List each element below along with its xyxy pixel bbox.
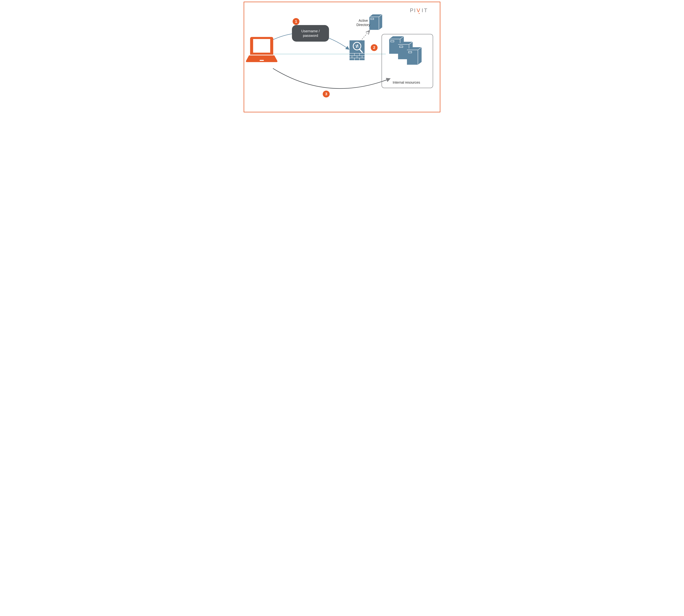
ad-line2: Directory <box>356 23 370 27</box>
arrow-step-2 <box>361 31 369 41</box>
diagram-frame: P I V I T <box>241 0 443 114</box>
step-badge-1: 1 <box>293 18 299 25</box>
step-badge-3: 3 <box>323 91 329 97</box>
step-number-3: 3 <box>325 92 327 96</box>
laptop-icon <box>246 37 277 62</box>
firewall-icon <box>349 40 365 60</box>
internal-resources-box <box>382 34 433 88</box>
ad-line1: Active <box>359 19 368 22</box>
step-1-label-line2: password <box>297 34 324 38</box>
arrow-step-3 <box>273 68 390 89</box>
step-1-label-line1: Username / <box>297 29 324 34</box>
step-number-2: 2 <box>373 45 375 50</box>
internal-resources-label: Internal resources <box>388 80 425 85</box>
step-number-1: 1 <box>295 19 297 24</box>
resources-text: Internal resources <box>393 81 420 84</box>
step-1-pill: Username / password <box>292 25 329 42</box>
active-directory-label: Active Directory <box>354 19 372 27</box>
svg-rect-6 <box>260 60 264 61</box>
